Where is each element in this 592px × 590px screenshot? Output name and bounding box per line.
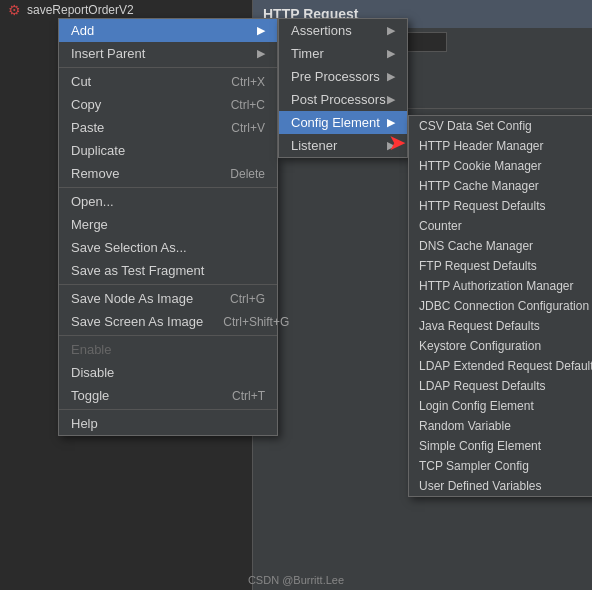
menu-item-label: Save Selection As... [71,240,187,255]
menu-item-save-screen-as-image[interactable]: Save Screen As ImageCtrl+Shift+G [59,310,277,333]
menu-separator [59,284,277,285]
config-item-csv-data-set-config[interactable]: CSV Data Set Config [409,116,592,136]
config-item-ftp-request-defaults[interactable]: FTP Request Defaults [409,256,592,276]
menu-item-label: Remove [71,166,119,181]
submenu-item-label: Pre Processors [291,69,380,84]
submenu-item-label: Listener [291,138,337,153]
config-item-ldap-request-defaults[interactable]: LDAP Request Defaults [409,376,592,396]
config-item-label: LDAP Request Defaults [419,379,546,393]
config-item-http-cache-manager[interactable]: HTTP Cache Manager [409,176,592,196]
config-item-label: JDBC Connection Configuration [419,299,589,313]
config-item-label: DNS Cache Manager [419,239,533,253]
config-item-label: CSV Data Set Config [419,119,532,133]
menu-item-label: Enable [71,342,111,357]
menu-item-label: Cut [71,74,91,89]
add-submenu-item-pre-processors[interactable]: Pre Processors▶ [279,65,407,88]
menu-item-disable[interactable]: Disable [59,361,277,384]
menu-item-save-as-test-fragment[interactable]: Save as Test Fragment [59,259,277,282]
config-item-tcp-sampler-config[interactable]: TCP Sampler Config [409,456,592,476]
menu-item-label: Paste [71,120,104,135]
config-item-label: Simple Config Element [419,439,541,453]
config-item-label: LDAP Extended Request Defaults [419,359,592,373]
menu-item-label: Save as Test Fragment [71,263,204,278]
config-item-label: Random Variable [419,419,511,433]
submenu-item-label: Timer [291,46,324,61]
menu-separator [59,335,277,336]
menu-item-help[interactable]: Help [59,412,277,435]
config-item-counter[interactable]: Counter [409,216,592,236]
menu-item-label: Duplicate [71,143,125,158]
add-submenu-item-assertions[interactable]: Assertions▶ [279,19,407,42]
config-item-keystore-configuration[interactable]: Keystore Configuration [409,336,592,356]
config-item-label: TCP Sampler Config [419,459,529,473]
menu-item-label: Insert Parent [71,46,145,61]
config-item-ldap-extended-request-defaults[interactable]: LDAP Extended Request Defaults [409,356,592,376]
config-item-label: HTTP Cookie Manager [419,159,542,173]
config-item-label: Login Config Element [419,399,534,413]
config-item-http-cookie-manager[interactable]: HTTP Cookie Manager [409,156,592,176]
config-item-simple-config-element[interactable]: Simple Config Element [409,436,592,456]
menu-item-copy[interactable]: CopyCtrl+C [59,93,277,116]
add-submenu-item-timer[interactable]: Timer▶ [279,42,407,65]
config-item-user-defined-variables[interactable]: User Defined Variables [409,476,592,496]
menu-separator [59,187,277,188]
menu-item-shortcut: Delete [230,167,265,181]
menu-item-save-node-as-image[interactable]: Save Node As ImageCtrl+G [59,287,277,310]
menu-item-label: Save Screen As Image [71,314,203,329]
menu-item-shortcut: Ctrl+C [231,98,265,112]
menu-item-enable: Enable [59,338,277,361]
menu-item-add[interactable]: Add▶ [59,19,277,42]
config-item-label: Counter [419,219,462,233]
config-item-http-authorization-manager[interactable]: HTTP Authorization Manager [409,276,592,296]
menu-separator [59,409,277,410]
config-item-jdbc-connection-configuration[interactable]: JDBC Connection Configuration [409,296,592,316]
menu-item-insert-parent[interactable]: Insert Parent▶ [59,42,277,65]
submenu-arrow-icon: ▶ [387,24,395,37]
submenu-config: CSV Data Set ConfigHTTP Header ManagerHT… [408,115,592,497]
submenu-arrow-icon: ▶ [387,70,395,83]
menu-item-duplicate[interactable]: Duplicate [59,139,277,162]
menu-item-merge[interactable]: Merge [59,213,277,236]
config-item-label: Java Request Defaults [419,319,540,333]
menu-item-label: Help [71,416,98,431]
app-icon: ⚙ [8,2,21,18]
menu-item-label: Copy [71,97,101,112]
menu-item-label: Add [71,23,94,38]
menu-item-open...[interactable]: Open... [59,190,277,213]
config-item-label: User Defined Variables [419,479,542,493]
menu-item-toggle[interactable]: ToggleCtrl+T [59,384,277,407]
menu-item-save-selection-as...[interactable]: Save Selection As... [59,236,277,259]
submenu-arrow-icon: ▶ [257,47,265,60]
menu-item-remove[interactable]: RemoveDelete [59,162,277,185]
menu-item-label: Save Node As Image [71,291,193,306]
config-item-label: HTTP Header Manager [419,139,544,153]
config-item-label: HTTP Cache Manager [419,179,539,193]
menu-item-label: Merge [71,217,108,232]
menu-item-shortcut: Ctrl+G [230,292,265,306]
submenu-arrow-icon: ▶ [387,93,395,106]
config-item-http-request-defaults[interactable]: HTTP Request Defaults [409,196,592,216]
add-submenu-item-post-processors[interactable]: Post Processors▶ [279,88,407,111]
menu-item-label: Open... [71,194,114,209]
submenu-arrow-icon: ▶ [387,47,395,60]
red-arrow-indicator: ➤ [388,130,406,156]
menu-item-shortcut: Ctrl+X [231,75,265,89]
submenu-arrow-icon: ▶ [387,116,395,129]
config-item-http-header-manager[interactable]: HTTP Header Manager [409,136,592,156]
menu-item-paste[interactable]: PasteCtrl+V [59,116,277,139]
config-item-label: FTP Request Defaults [419,259,537,273]
submenu-item-label: Assertions [291,23,352,38]
title-bar: ⚙ saveReportOrderV2 [0,0,252,20]
submenu-arrow-icon: ▶ [257,24,265,37]
submenu-item-label: Post Processors [291,92,386,107]
menu-item-shortcut: Ctrl+Shift+G [223,315,289,329]
menu-item-shortcut: Ctrl+T [232,389,265,403]
menu-item-cut[interactable]: CutCtrl+X [59,70,277,93]
config-item-random-variable[interactable]: Random Variable [409,416,592,436]
config-item-java-request-defaults[interactable]: Java Request Defaults [409,316,592,336]
config-item-label: HTTP Authorization Manager [419,279,574,293]
config-item-dns-cache-manager[interactable]: DNS Cache Manager [409,236,592,256]
title-bar-text: saveReportOrderV2 [27,3,134,17]
config-item-label: Keystore Configuration [419,339,541,353]
config-item-login-config-element[interactable]: Login Config Element [409,396,592,416]
